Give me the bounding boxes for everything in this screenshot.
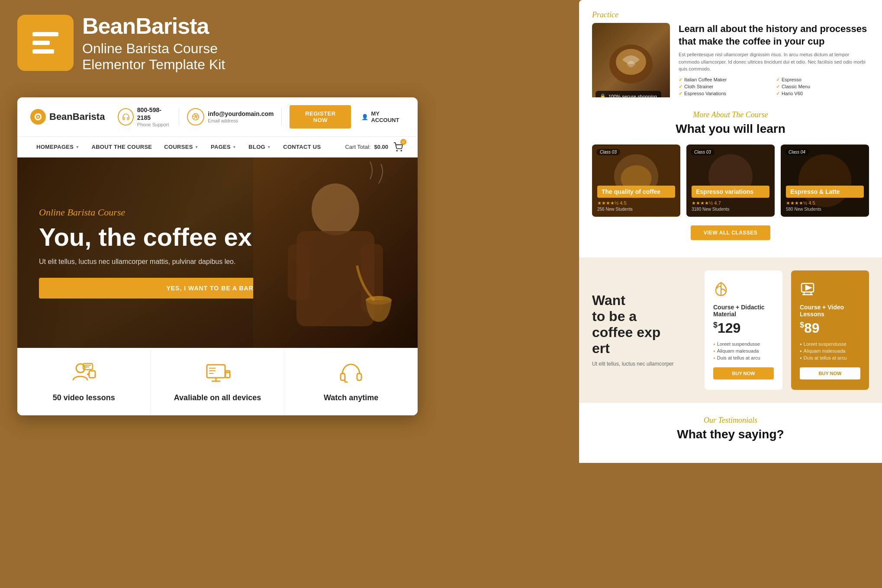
- plan-2-title: Course + Video Lessons: [800, 304, 860, 318]
- my-account-link[interactable]: 👤 MY ACCOUNT: [361, 110, 405, 123]
- testimonials-label: Our Testimonials: [592, 416, 869, 425]
- svg-rect-14: [288, 244, 309, 300]
- plan-feature: Loreet suspendusse: [713, 341, 774, 347]
- site-name: BeanBarista: [49, 111, 105, 122]
- people-video-icon: [71, 361, 97, 387]
- plan-2-price: $89: [800, 320, 860, 336]
- course-material-icon: [713, 281, 774, 299]
- feature-video-title: 50 video lessons: [53, 393, 115, 402]
- preview-image: 🔒 100% secure shopping: [592, 23, 670, 105]
- feature-devices: Avaliable on all devices: [151, 348, 285, 415]
- course-card-2: Class 03 Espresso variations ★★★★½ 4.7 3…: [686, 145, 775, 217]
- svg-point-7: [37, 116, 39, 118]
- svg-marker-19: [87, 373, 89, 376]
- nav-arrow-icon: ▼: [195, 145, 199, 149]
- nav-item-homepages[interactable]: HOMEPAGES ▼: [30, 137, 85, 157]
- plan-feature: Duis at tellus at arcu: [713, 354, 774, 361]
- checklist-item: Cloth Strainer: [679, 84, 772, 90]
- email-contact: info@yourdomain.com Email address: [187, 108, 274, 125]
- cart-badge: 0: [400, 139, 406, 145]
- brand-name: BeanBarista: [82, 13, 225, 39]
- preview-desc: Est pellentesque nisl ullamcorper dignis…: [679, 51, 869, 73]
- nav-item-about[interactable]: ABOUT THE COURSE: [85, 137, 158, 157]
- what-you-learn-title: What you will learn: [592, 122, 869, 136]
- class-label-1: Class 03: [596, 149, 620, 155]
- course-stars-1: ★★★★½ 4.5: [597, 200, 675, 206]
- nav-item-pages[interactable]: PAGES ▼: [205, 137, 242, 157]
- more-about-label: More About The Course: [592, 110, 869, 119]
- cart-total: Cart Total: $0.00 0: [345, 141, 405, 154]
- leaf-book-icon: [713, 281, 729, 296]
- plan-feature: Duis at tellus at arcu: [800, 354, 860, 361]
- coffee-bean-icon: [34, 112, 42, 121]
- nav-item-blog[interactable]: BLOG ▼: [242, 137, 277, 157]
- course-name-2: Espresso variations: [692, 186, 769, 198]
- nav-item-contact[interactable]: CONTACT US: [277, 137, 327, 157]
- cart-icon-wrap[interactable]: 0: [392, 141, 405, 154]
- main-card: BeanBarista 800-598-2185 Phone Support: [17, 97, 418, 415]
- plan-1-features: Loreet suspendusse Aliquam malesuada Dui…: [713, 341, 774, 361]
- plan-1-title: Course + Didactic Material: [713, 304, 774, 318]
- pricing-left: Wantto be acoffee expert Ut elit tellus,…: [592, 270, 696, 390]
- person-icon: 👤: [361, 114, 368, 120]
- email-address: info@yourdomain.com: [208, 110, 274, 118]
- account-label: MY ACCOUNT: [371, 110, 405, 123]
- email-label: Email address: [208, 118, 274, 124]
- feature-devices-title: Avaliable on all devices: [174, 393, 261, 402]
- play-cup-icon: [800, 281, 815, 296]
- headset-icon: [122, 113, 130, 121]
- nav-arrow-icon: ▼: [75, 145, 79, 149]
- svg-point-10: [401, 150, 402, 151]
- hero-section: Online Barista Course You, the coffee ex…: [17, 157, 418, 348]
- course-students-3: 580 New Students: [786, 207, 864, 212]
- checklist-item: Espresso: [776, 77, 869, 83]
- course-card-3: Class 04 Espresso & Latte ★★★★½ 4.5 580 …: [781, 145, 869, 217]
- svg-rect-33: [341, 373, 345, 380]
- course-name-1: The quality of coffee: [597, 186, 675, 198]
- buy-button-1[interactable]: BUY NOW: [713, 367, 774, 379]
- course-students-2: 3180 New Students: [692, 207, 769, 212]
- cart-amount: $0.00: [374, 144, 388, 150]
- right-panel: More About The Course What you will lear…: [579, 97, 882, 463]
- checklist-item: Italian Coffee Maker: [679, 77, 772, 83]
- svg-rect-1: [32, 41, 50, 45]
- buy-button-2[interactable]: BUY NOW: [800, 367, 860, 379]
- pricing-card-1: Course + Didactic Material $129 Loreet s…: [705, 270, 782, 390]
- nav-item-courses[interactable]: COURSES ▼: [158, 137, 205, 157]
- brand-tagline: Online Barista Course Elementor Template…: [82, 41, 225, 73]
- site-logo-icon: [30, 109, 46, 125]
- svg-marker-46: [806, 286, 811, 290]
- course-students-1: 256 New Students: [597, 207, 675, 212]
- pricing-section: Wantto be acoffee expert Ut elit tellus,…: [579, 257, 882, 403]
- course-overlay-2: Class 03 Espresso variations ★★★★½ 4.7 3…: [686, 145, 775, 217]
- register-button[interactable]: REGISTER NOW: [290, 105, 351, 129]
- view-all-button[interactable]: VIEW ALL CLASSES: [691, 225, 771, 240]
- class-label-3: Class 04: [785, 149, 809, 155]
- hero-description: Ut elit tellus, luctus nec ullamcorper m…: [39, 258, 277, 266]
- video-lesson-icon: [71, 361, 97, 387]
- class-label-2: Class 03: [691, 149, 715, 155]
- course-name-3: Espresso & Latte: [786, 186, 864, 198]
- testimonials-section: Our Testimonials What they saying?: [579, 403, 882, 463]
- phone-icon: [118, 108, 133, 125]
- practice-label: Practice: [592, 10, 869, 19]
- courses-grid: Class 03 The quality of coffee ★★★★½ 4.5…: [592, 145, 869, 217]
- feature-anytime-title: Watch anytime: [324, 393, 378, 402]
- phone-number: 800-598-2185: [137, 106, 171, 122]
- features-row: 50 video lessons Avaliable on all device…: [17, 348, 418, 415]
- cart-label: Cart Total:: [345, 144, 370, 150]
- pricing-desc: Ut elit tellus, luctus nec ullamcorper: [592, 360, 696, 368]
- course-overlay-3: Class 04 Espresso & Latte ★★★★½ 4.5 580 …: [781, 145, 869, 217]
- pricing-card-2: Course + Video Lessons $89 Loreet suspen…: [791, 270, 869, 390]
- plan-feature: Loreet suspendusse: [800, 341, 860, 347]
- nav-arrow-icon: ▼: [267, 145, 271, 149]
- top-bar: BeanBarista 800-598-2185 Phone Support: [17, 97, 418, 137]
- mail-icon: [192, 113, 200, 121]
- divider: [281, 108, 282, 125]
- preview-heading: Learn all about the history and processe…: [679, 23, 869, 48]
- top-bar-contact: 800-598-2185 Phone Support info@yourdoma…: [118, 105, 405, 129]
- nav-bar: HOMEPAGES ▼ ABOUT THE COURSE COURSES ▼ P…: [17, 137, 418, 157]
- email-details: info@yourdomain.com Email address: [208, 110, 274, 124]
- course-stars-2: ★★★★½ 4.7: [692, 200, 769, 206]
- svg-point-9: [396, 150, 397, 151]
